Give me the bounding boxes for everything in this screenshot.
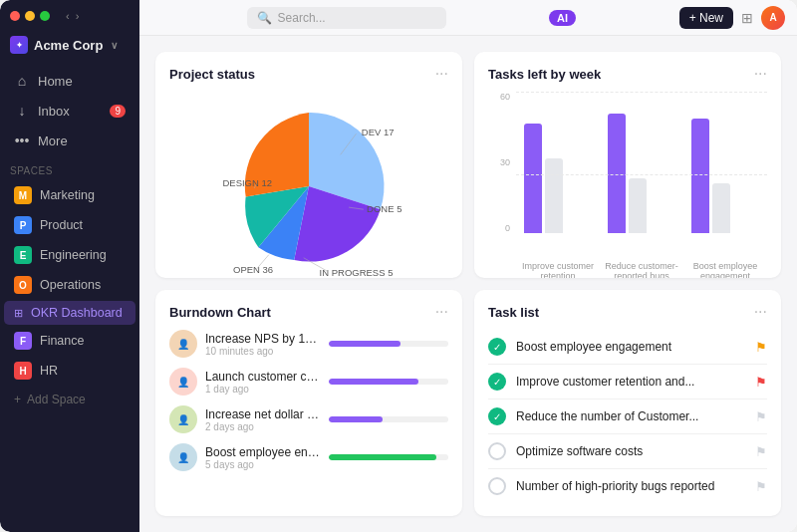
bar-purple xyxy=(524,124,542,233)
card-more-button[interactable]: ··· xyxy=(435,66,448,82)
card-more-button[interactable]: ··· xyxy=(754,66,767,82)
burndown-bar xyxy=(329,341,400,347)
pie-label-done: DONE 5 xyxy=(367,203,401,214)
pie-label-inprogress: IN PROGRESS 5 xyxy=(320,267,394,278)
pie-label-open: OPEN 36 xyxy=(233,264,273,275)
burndown-bar-container xyxy=(329,454,448,460)
back-button[interactable]: ‹ xyxy=(64,10,72,22)
search-bar[interactable]: 🔍 Search... xyxy=(247,7,446,29)
task-text: Number of high-priority bugs reported xyxy=(516,479,745,493)
task-text: Reduce the number of Customer... xyxy=(516,409,745,423)
x-label-2: Reduce customer-reported bugs xyxy=(600,257,683,278)
space-icon-finance: F xyxy=(14,332,32,350)
bar-gray xyxy=(629,178,647,233)
card-title: Tasks left by week xyxy=(488,67,601,82)
space-label: Operations xyxy=(40,278,101,292)
task-checkbox[interactable]: ✓ xyxy=(488,407,506,425)
bar-purple xyxy=(691,119,709,233)
minimize-button[interactable] xyxy=(25,11,35,21)
burndown-title: Increase NPS by 10 bps xyxy=(205,332,321,346)
bar-chart-area: 60 30 0 xyxy=(488,92,767,257)
search-placeholder: Search... xyxy=(278,11,326,25)
bar-group-3 xyxy=(683,119,767,233)
topbar: 🔍 Search... AI + New ⊞ A xyxy=(139,0,797,36)
grid-icon[interactable]: ⊞ xyxy=(741,10,753,26)
y-axis: 60 30 0 xyxy=(488,92,510,233)
space-label: OKR Dashboard xyxy=(31,306,123,320)
grid-line xyxy=(516,92,767,93)
space-label: Marketing xyxy=(40,188,95,202)
sidebar-item-label: Inbox xyxy=(38,104,70,119)
sidebar-item-operations[interactable]: O Operations xyxy=(4,271,135,299)
task-checkbox[interactable]: ✓ xyxy=(488,338,506,356)
task-item: Optimize software costs ⚑ xyxy=(488,434,767,469)
space-label: Finance xyxy=(40,334,84,348)
close-button[interactable] xyxy=(10,11,20,21)
sidebar-item-hr[interactable]: H HR xyxy=(4,357,135,385)
sidebar-item-finance[interactable]: F Finance xyxy=(4,327,135,355)
sidebar-item-marketing[interactable]: M Marketing xyxy=(4,181,135,209)
maximize-button[interactable] xyxy=(40,11,50,21)
flag-icon: ⚑ xyxy=(755,444,767,459)
burndown-bar xyxy=(329,454,436,460)
flag-icon: ⚑ xyxy=(755,409,767,424)
burndown-bar xyxy=(329,416,383,422)
sidebar-item-inbox[interactable]: ↓ Inbox 9 xyxy=(4,97,135,125)
task-text: Boost employee engagement xyxy=(516,340,745,354)
bar-gray xyxy=(712,183,730,233)
burndown-time: 10 minutes ago xyxy=(205,346,321,357)
add-space-button[interactable]: + Add Space xyxy=(4,388,135,411)
burndown-title: Increase net dollar retention xyxy=(205,407,321,421)
burndown-time: 1 day ago xyxy=(205,384,321,395)
pie-chart: DEV 17 DONE 5 IN PROGRESS 5 OPEN 36 DESI… xyxy=(169,92,448,278)
task-list: ✓ Boost employee engagement ⚑ ✓ Improve … xyxy=(488,330,767,503)
sidebar-item-label: Home xyxy=(38,74,73,89)
task-list-card: Task list ··· ✓ Boost employee engagemen… xyxy=(474,290,781,516)
burndown-item: 👤 Launch customer community 1 day ago xyxy=(169,368,448,396)
ai-badge[interactable]: AI xyxy=(549,10,576,26)
y-label: 0 xyxy=(488,223,510,233)
card-title: Task list xyxy=(488,305,539,320)
avatar: 👤 xyxy=(169,443,197,471)
sidebar-item-home[interactable]: ⌂ Home xyxy=(4,67,135,95)
space-icon-engineering: E xyxy=(14,246,32,264)
avatar: 👤 xyxy=(169,368,197,396)
spaces-section-label: Spaces xyxy=(0,155,139,180)
burndown-item: 👤 Increase net dollar retention 2 days a… xyxy=(169,405,448,433)
card-header: Tasks left by week ··· xyxy=(488,66,767,82)
task-checkbox[interactable]: ✓ xyxy=(488,373,506,391)
card-title: Project status xyxy=(169,67,255,82)
new-button[interactable]: + New xyxy=(679,7,733,29)
burndown-bar xyxy=(329,379,418,385)
sidebar-item-okr[interactable]: ⊞ OKR Dashboard xyxy=(4,301,135,325)
sidebar-item-engineering[interactable]: E Engineering xyxy=(4,241,135,269)
card-more-button[interactable]: ··· xyxy=(435,304,448,320)
workspace-switcher[interactable]: ✦ Acme Corp ∨ xyxy=(0,30,139,66)
space-label: HR xyxy=(40,364,58,378)
task-item: ✓ Improve customer retention and... ⚑ xyxy=(488,365,767,399)
card-more-button[interactable]: ··· xyxy=(754,304,767,320)
pie-svg: DEV 17 DONE 5 IN PROGRESS 5 OPEN 36 DESI… xyxy=(169,92,448,278)
burndown-info: Launch customer community 1 day ago xyxy=(205,370,321,395)
sidebar-item-more[interactable]: ••• More xyxy=(4,127,135,154)
card-header: Task list ··· xyxy=(488,304,767,320)
bar-group-1 xyxy=(516,124,600,233)
card-title: Burndown Chart xyxy=(169,305,271,320)
avatar[interactable]: A xyxy=(761,6,785,30)
sidebar-item-product[interactable]: P Product xyxy=(4,211,135,239)
sidebar: ‹ › ✦ Acme Corp ∨ ⌂ Home ↓ Inbox 9 ••• M… xyxy=(0,0,139,532)
task-checkbox[interactable] xyxy=(488,477,506,495)
burndown-item: 👤 Increase NPS by 10 bps 10 minutes ago xyxy=(169,330,448,358)
bar-purple xyxy=(608,114,626,233)
forward-button[interactable]: › xyxy=(74,10,82,22)
burndown-title: Boost employee engagement xyxy=(205,445,321,459)
more-icon: ••• xyxy=(14,133,30,148)
flag-icon: ⚑ xyxy=(755,340,767,355)
space-icon-hr: H xyxy=(14,362,32,380)
task-checkbox[interactable] xyxy=(488,442,506,460)
flag-icon: ⚑ xyxy=(755,479,767,494)
card-header: Burndown Chart ··· xyxy=(169,304,448,320)
plus-icon: + xyxy=(14,393,21,406)
okr-icon: ⊞ xyxy=(14,307,23,320)
task-text: Improve customer retention and... xyxy=(516,375,745,389)
